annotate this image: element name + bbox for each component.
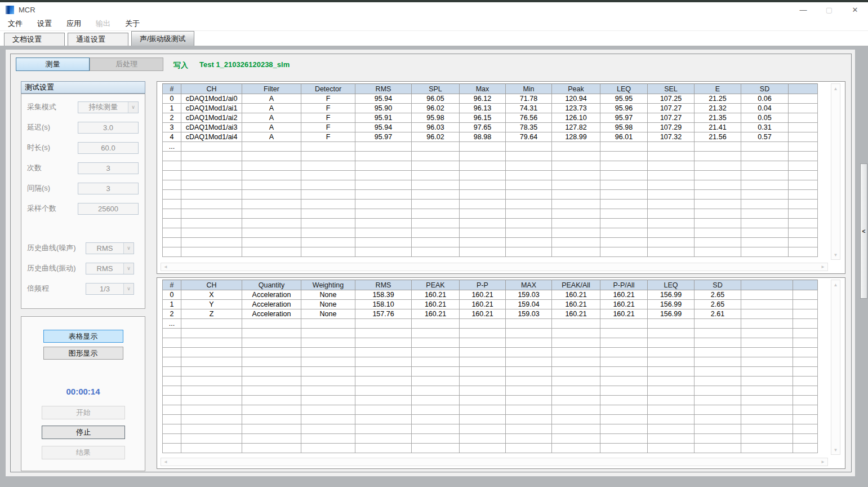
table-cell: 21.32 — [695, 104, 741, 113]
vibration-vertical-scrollbar[interactable]: ▲ ▼ — [831, 280, 840, 455]
table-cell — [412, 228, 460, 238]
table-cell — [600, 238, 648, 247]
scroll-left-icon[interactable]: ◄ — [162, 263, 170, 271]
table-cell: 2.65 — [695, 300, 741, 309]
setting-label: 延迟(s) — [27, 122, 75, 132]
table-cell: 160.21 — [412, 309, 460, 319]
postprocess-mode-button[interactable]: 后处理 — [90, 57, 163, 71]
table-cell — [412, 377, 460, 386]
table-display-button[interactable]: 表格显示 — [43, 330, 123, 343]
table-cell — [301, 247, 355, 257]
table-cell: 96.13 — [460, 104, 506, 113]
table-cell — [460, 200, 506, 209]
table-cell: F — [301, 123, 355, 132]
table-cell — [793, 300, 818, 309]
table-cell: 160.21 — [460, 309, 506, 319]
noise-horizontal-scrollbar[interactable]: ◄ ► — [161, 263, 828, 271]
table-cell — [412, 329, 460, 338]
table-cell — [600, 338, 648, 348]
table-cell — [552, 377, 600, 386]
table-cell — [355, 367, 412, 377]
chevron-down-icon[interactable]: ∨ — [128, 102, 138, 113]
chevron-down-icon[interactable]: ∨ — [123, 263, 133, 274]
setting-row-3: 次数3 — [27, 162, 145, 174]
table-cell — [181, 357, 242, 367]
table-row[interactable]: 0cDAQ1Mod1/ai0AF95.9496.0596.1271.78120.… — [163, 94, 818, 104]
scroll-up-icon[interactable]: ▲ — [831, 281, 840, 289]
table-cell — [163, 228, 181, 238]
setting-dropdown[interactable]: RMS∨ — [86, 263, 134, 275]
table-row[interactable]: 1cDAQ1Mod1/ai1AF95.9096.0296.1374.31123.… — [163, 104, 818, 113]
table-row[interactable]: 1YAccelerationNone158.10160.21160.21159.… — [163, 300, 818, 309]
measure-mode-button[interactable]: 测量 — [16, 57, 90, 71]
column-header: CH — [181, 280, 242, 290]
table-cell: 95.91 — [355, 113, 412, 123]
table-row[interactable]: 4cDAQ1Mod1/ai4AF95.9796.0298.9879.64128.… — [163, 132, 818, 142]
table-cell — [695, 338, 741, 348]
table-cell — [552, 180, 600, 190]
menu-item-1[interactable]: 设置 — [37, 19, 52, 29]
setting-input[interactable]: 60.0 — [78, 142, 139, 154]
table-cell — [355, 200, 412, 209]
maximize-button[interactable]: ▢ — [816, 2, 842, 17]
chevron-down-icon[interactable]: ∨ — [123, 243, 133, 254]
table-cell — [793, 348, 818, 357]
table-cell — [741, 424, 793, 434]
tab-1[interactable]: 通道设置 — [68, 33, 128, 46]
table-cell — [552, 209, 600, 219]
table-cell — [552, 171, 600, 180]
result-button[interactable]: 结果 — [42, 446, 125, 459]
collapse-panel-button[interactable]: < — [860, 163, 867, 299]
menu-item-2[interactable]: 应用 — [66, 19, 81, 29]
noise-vertical-scrollbar[interactable]: ▲ ▼ — [831, 83, 840, 260]
vibration-horizontal-scrollbar[interactable]: ◄ ► — [161, 458, 828, 466]
scroll-right-icon[interactable]: ► — [819, 263, 827, 271]
table-cell — [793, 386, 818, 396]
scroll-up-icon[interactable]: ▲ — [831, 85, 840, 92]
table-cell: 79.64 — [506, 132, 552, 142]
table-row[interactable]: 3cDAQ1Mod1/ai3AF95.9496.0397.6578.35127.… — [163, 123, 818, 132]
table-header-row: #CHFilterDetectorRMSSPLMaxMinPeakLEQSELE… — [163, 84, 818, 94]
table-cell — [181, 405, 242, 415]
setting-input[interactable]: 3.0 — [78, 122, 139, 134]
setting-input[interactable]: 25600 — [78, 203, 139, 215]
tab-0[interactable]: 文档设置 — [4, 33, 65, 46]
setting-input[interactable]: 3 — [78, 162, 139, 174]
table-cell — [163, 386, 181, 396]
table-cell — [355, 180, 412, 190]
setting-dropdown[interactable]: RMS∨ — [86, 242, 134, 254]
scroll-down-icon[interactable]: ▼ — [831, 251, 840, 259]
tab-2[interactable]: 声/振动级测试 — [131, 31, 194, 46]
setting-label: 次数 — [27, 163, 75, 173]
close-button[interactable]: ✕ — [842, 2, 868, 17]
scroll-right-icon[interactable]: ► — [819, 458, 827, 466]
stop-button[interactable]: 停止 — [42, 426, 125, 439]
table-cell — [460, 238, 506, 247]
column-header: Max — [460, 84, 506, 94]
table-cell — [301, 386, 355, 396]
table-cell: None — [301, 309, 355, 319]
minimize-button[interactable]: — — [790, 2, 816, 17]
table-row[interactable]: 0XAccelerationNone158.39160.21160.21159.… — [163, 290, 818, 300]
table-cell — [552, 424, 600, 434]
table-cell — [552, 238, 600, 247]
table-row[interactable]: 2cDAQ1Mod1/ai2AF95.9195.9896.1576.56126.… — [163, 113, 818, 123]
start-button[interactable]: 开始 — [42, 406, 125, 419]
menu-item-4[interactable]: 关于 — [125, 19, 140, 29]
table-cell: 96.05 — [412, 94, 460, 104]
setting-input[interactable]: 3 — [78, 183, 139, 194]
table-cell — [741, 247, 789, 257]
setting-dropdown[interactable]: 1/3∨ — [86, 283, 134, 295]
graph-display-button[interactable]: 图形显示 — [43, 347, 123, 360]
table-cell — [600, 171, 648, 180]
menu-item-0[interactable]: 文件 — [8, 19, 23, 29]
scroll-down-icon[interactable]: ▼ — [831, 446, 840, 454]
chevron-down-icon[interactable]: ∨ — [123, 284, 133, 294]
setting-dropdown[interactable]: 持续测量∨ — [78, 101, 139, 113]
table-cell — [242, 338, 301, 348]
table-cell — [789, 132, 818, 142]
scroll-left-icon[interactable]: ◄ — [162, 458, 170, 466]
table-row[interactable]: 2ZAccelerationNone157.76160.21160.21159.… — [163, 309, 818, 319]
table-cell — [552, 219, 600, 228]
table-cell — [695, 405, 741, 415]
